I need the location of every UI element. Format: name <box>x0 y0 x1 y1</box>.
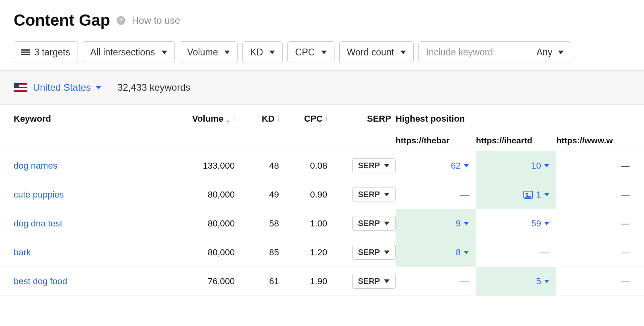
position-cell[interactable]: 5 <box>476 267 556 295</box>
kd-cell: 85 <box>235 247 279 258</box>
intersections-filter-label: All intersections <box>90 47 155 58</box>
include-keyword-placeholder: Include keyword <box>426 47 493 58</box>
position-cell: — <box>396 180 476 209</box>
position-value[interactable]: 1 <box>523 189 549 200</box>
cpc-cell: 0.08 <box>279 161 327 171</box>
position-cell[interactable]: 8 <box>396 238 476 267</box>
volume-cell: 80,000 <box>174 247 235 258</box>
cpc-filter-label: CPC <box>295 47 315 58</box>
sort-desc-icon: ↓ <box>226 114 230 124</box>
volume-filter-label: Volume <box>187 47 218 58</box>
keyword-cell: bark <box>14 247 174 258</box>
cpc-filter[interactable]: CPC <box>287 41 334 63</box>
chevron-down-icon <box>464 164 469 167</box>
position-cell[interactable]: 62 <box>396 151 476 180</box>
keyword-link[interactable]: dog dna test <box>14 218 62 228</box>
target-col-0[interactable]: https://thebar <box>396 130 476 151</box>
position-empty: — <box>621 218 630 229</box>
cpc-cell: 1.20 <box>279 247 327 258</box>
position-number: 9 <box>456 218 461 229</box>
word-count-filter[interactable]: Word count <box>339 41 414 63</box>
serp-button[interactable]: SERP <box>352 274 396 289</box>
chevron-down-icon <box>544 193 549 196</box>
position-cell[interactable]: 1 <box>476 180 556 209</box>
col-volume[interactable]: Volume↓i <box>174 114 235 133</box>
chevron-down-icon <box>544 164 549 167</box>
keyword-link[interactable]: best dog food <box>14 276 67 286</box>
serp-button[interactable]: SERP <box>352 158 396 173</box>
word-count-filter-label: Word count <box>347 47 394 58</box>
keyword-link[interactable]: bark <box>14 247 31 257</box>
kd-filter[interactable]: KD <box>242 41 283 63</box>
position-number: 59 <box>531 218 541 229</box>
col-serp[interactable]: SERPi <box>327 114 396 133</box>
keyword-cell: dog names <box>14 161 174 171</box>
keyword-cell: dog dna test <box>14 218 174 229</box>
volume-cell: 80,000 <box>174 218 235 229</box>
chevron-down-icon <box>96 86 101 90</box>
table-row: dog names133,000480.08SERP6210— <box>0 151 644 180</box>
position-value[interactable]: 9 <box>456 218 469 229</box>
targets-filter-label: 3 targets <box>34 47 70 58</box>
position-empty: — <box>621 189 630 200</box>
position-cell: — <box>556 151 637 180</box>
targets-filter[interactable]: 3 targets <box>14 41 78 63</box>
serp-cell: SERP <box>327 187 396 202</box>
chevron-down-icon <box>384 279 390 283</box>
kd-cell: 49 <box>235 189 279 200</box>
serp-cell: SERP <box>327 245 396 260</box>
include-keyword-any-label: Any <box>536 47 552 58</box>
cpc-cell: 1.00 <box>279 218 327 229</box>
keyword-cell: cute puppies <box>14 189 174 200</box>
position-cell[interactable]: 59 <box>476 209 556 238</box>
position-cell: — <box>556 209 637 238</box>
position-number: 5 <box>536 276 541 287</box>
chevron-down-icon <box>384 251 390 254</box>
position-cell[interactable]: 10 <box>476 151 556 180</box>
col-cpc[interactable]: CPCi <box>279 114 327 133</box>
intersections-filter[interactable]: All intersections <box>83 41 175 63</box>
col-keyword[interactable]: Keyword <box>14 114 174 133</box>
include-keyword-filter[interactable]: Include keyword Any <box>418 41 571 63</box>
position-value[interactable]: 59 <box>531 218 549 229</box>
serp-button-label: SERP <box>358 161 380 170</box>
how-to-use-link[interactable]: How to use <box>132 15 180 26</box>
position-value[interactable]: 5 <box>536 276 549 287</box>
chevron-down-icon <box>162 51 167 54</box>
serp-button-label: SERP <box>358 219 380 228</box>
volume-cell: 133,000 <box>174 161 235 171</box>
position-number: 8 <box>456 247 461 258</box>
keyword-count: 32,433 keywords <box>117 82 190 93</box>
position-cell[interactable]: 9 <box>396 209 476 238</box>
keyword-table: Keyword Volume↓i KDi CPCi SERPi Highest … <box>0 105 644 296</box>
chevron-down-icon <box>544 222 549 225</box>
keyword-link[interactable]: cute puppies <box>14 189 64 200</box>
country-select[interactable]: United States <box>33 82 101 93</box>
volume-cell: 80,000 <box>174 189 235 200</box>
chevron-down-icon <box>384 193 390 196</box>
volume-filter[interactable]: Volume <box>180 41 238 63</box>
position-value[interactable]: 62 <box>451 161 469 171</box>
position-empty: — <box>460 276 469 287</box>
serp-button[interactable]: SERP <box>352 245 396 260</box>
kd-filter-label: KD <box>250 47 263 58</box>
target-col-2[interactable]: https://www.w <box>556 130 637 151</box>
position-cell: — <box>556 238 637 267</box>
chevron-down-icon <box>400 51 406 54</box>
position-number: 62 <box>451 161 461 171</box>
serp-button[interactable]: SERP <box>352 216 396 231</box>
keyword-cell: best dog food <box>14 276 174 287</box>
col-kd[interactable]: KDi <box>235 114 279 133</box>
position-value[interactable]: 8 <box>456 247 469 258</box>
target-col-1[interactable]: https://iheartd <box>476 130 556 151</box>
table-row: dog dna test80,000581.00SERP959— <box>0 209 644 238</box>
serp-button[interactable]: SERP <box>352 187 396 202</box>
col-kd-label: KD <box>262 114 275 124</box>
position-number: 1 <box>536 189 541 200</box>
col-cpc-label: CPC <box>304 114 322 124</box>
position-value[interactable]: 10 <box>531 161 549 171</box>
help-icon[interactable]: ? <box>117 16 125 25</box>
keyword-link[interactable]: dog names <box>14 161 57 171</box>
chevron-down-icon <box>384 164 390 167</box>
position-number: 10 <box>531 161 541 171</box>
